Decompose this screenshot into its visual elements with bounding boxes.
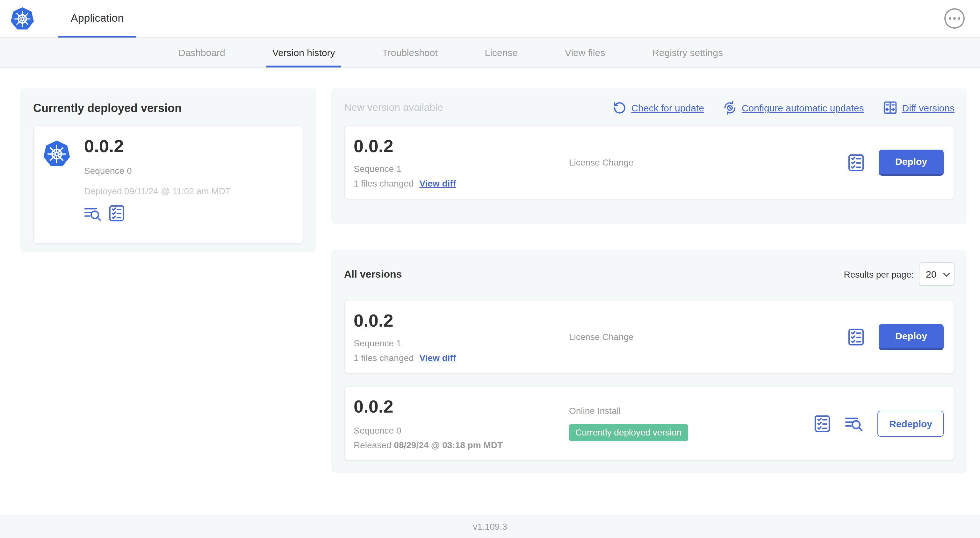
ellipsis-icon — [949, 17, 960, 20]
currently-deployed-badge: Currently deployed version — [569, 424, 688, 441]
view-diff-link[interactable]: View diff — [419, 352, 456, 363]
version-info: 0.0.2 Sequence 1 1 files changed View di… — [354, 136, 569, 188]
preflight-checklist-icon — [815, 415, 830, 432]
view-logs-button[interactable] — [845, 416, 863, 431]
view-logs-icon — [84, 206, 101, 221]
configure-automatic-updates-link[interactable]: Configure automatic updates — [723, 101, 864, 114]
preflight-checks-button[interactable] — [848, 328, 864, 345]
scheduled-update-icon — [723, 101, 737, 114]
console-version: v1.109.3 — [473, 521, 507, 532]
new-version-card: New version available Check for update — [331, 88, 967, 224]
deployed-version-meta: 0.0.2 Sequence 0 Deployed 09/11/24 @ 11:… — [84, 136, 231, 222]
app-header: Application — [0, 0, 980, 38]
diff-versions-link[interactable]: Diff versions — [883, 101, 955, 114]
version-row-sequence-0: 0.0.2 Sequence 0 Released08/29/24 @ 03:1… — [344, 386, 955, 460]
tab-dashboard[interactable]: Dashboard — [178, 38, 225, 67]
deployed-version-panel: 0.0.2 Sequence 0 Deployed 09/11/24 @ 11:… — [33, 125, 303, 244]
all-versions-header: All versions Results per page: 20 — [344, 262, 955, 286]
tab-troubleshoot[interactable]: Troubleshoot — [382, 38, 438, 67]
version-row-actions: Redeploy — [815, 410, 945, 436]
files-changed-text: 1 files changed — [354, 352, 414, 363]
files-changed-row: 1 files changed View diff — [354, 352, 569, 363]
new-version-title: New version available — [344, 102, 443, 113]
version-row-sequence-1: 0.0.2 Sequence 1 1 files changed View di… — [344, 300, 955, 374]
released-label: Released — [354, 440, 391, 450]
app-icon-kubernetes — [42, 139, 72, 168]
version-info: 0.0.2 Sequence 1 1 files changed View di… — [354, 311, 569, 363]
results-per-page-select[interactable]: 20 — [919, 262, 955, 286]
deployed-actions — [84, 205, 231, 222]
currently-deployed-card: Currently deployed version 0.0.2 Sequen — [21, 88, 316, 252]
right-column: New version available Check for update — [331, 88, 967, 473]
view-diff-link[interactable]: View diff — [419, 178, 456, 188]
deployed-version-number: 0.0.2 — [84, 136, 231, 157]
redeploy-button[interactable]: Redeploy — [878, 410, 944, 436]
version-sequence: Sequence 0 — [354, 425, 569, 435]
files-changed-text: 1 files changed — [354, 178, 414, 188]
app-subnav: Dashboard Version history Troubleshoot L… — [0, 38, 980, 68]
source-label: Online Install — [569, 406, 815, 416]
kots-admin-console: Application Dashboard Version history Tr… — [0, 0, 980, 538]
new-version-row: 0.0.2 Sequence 1 1 files changed View di… — [344, 125, 955, 199]
all-versions-card: All versions Results per page: 20 — [331, 249, 967, 473]
version-source: Online Install Currently deployed versio… — [569, 406, 815, 441]
check-for-update-link[interactable]: Check for update — [612, 101, 704, 114]
main-content: Currently deployed version 0.0.2 Sequen — [0, 68, 980, 515]
preflight-checks-button[interactable] — [109, 205, 124, 222]
all-versions-title: All versions — [344, 268, 402, 280]
diff-columns-icon — [883, 101, 897, 114]
version-row-actions: Deploy — [848, 324, 945, 350]
released-timestamp: Released08/29/24 @ 03:18 pm MDT — [354, 440, 569, 450]
tab-registry-settings[interactable]: Registry settings — [652, 38, 723, 67]
app-title: Application — [71, 12, 124, 25]
version-number: 0.0.2 — [354, 397, 569, 417]
tab-view-files[interactable]: View files — [565, 38, 605, 67]
view-logs-button[interactable] — [84, 206, 101, 221]
deployed-card-title: Currently deployed version — [33, 102, 303, 115]
files-changed-row: 1 files changed View diff — [354, 178, 569, 188]
view-logs-icon — [845, 416, 863, 431]
version-info: 0.0.2 Sequence 0 Released08/29/24 @ 03:1… — [354, 397, 569, 450]
refresh-ccw-icon — [612, 101, 626, 114]
results-per-page-label: Results per page: — [844, 269, 914, 279]
version-sequence: Sequence 1 — [354, 338, 569, 348]
deploy-button[interactable]: Deploy — [879, 324, 944, 350]
new-version-header: New version available Check for update — [344, 101, 955, 114]
version-number: 0.0.2 — [354, 136, 569, 157]
source-label: License Change — [569, 157, 633, 167]
tab-license[interactable]: License — [485, 38, 518, 67]
version-actions: Check for update Configure automatic upd… — [612, 101, 955, 114]
version-number: 0.0.2 — [354, 311, 569, 332]
more-menu-button[interactable] — [944, 8, 965, 29]
brand-area: Application — [0, 0, 136, 37]
version-source: License Change — [569, 331, 848, 343]
app-footer: v1.109.3 — [0, 515, 980, 538]
version-source: License Change — [569, 157, 848, 168]
deployed-sequence: Sequence 0 — [84, 165, 231, 176]
version-row-actions: Deploy — [848, 149, 945, 175]
results-per-page: Results per page: 20 — [844, 262, 955, 286]
preflight-checklist-icon — [848, 154, 864, 171]
version-sequence: Sequence 1 — [354, 163, 569, 173]
tab-version-history[interactable]: Version history — [272, 38, 335, 67]
preflight-checklist-icon — [848, 328, 864, 345]
app-tab-application[interactable]: Application — [58, 0, 136, 37]
deployed-timestamp: Deployed 09/11/24 @ 11:02 am MDT — [84, 186, 231, 196]
kubernetes-logo-icon — [10, 6, 35, 31]
released-date: 08/29/24 @ 03:18 pm MDT — [394, 440, 503, 450]
source-label: License Change — [569, 332, 633, 342]
preflight-checklist-icon — [109, 205, 124, 222]
deploy-button[interactable]: Deploy — [879, 149, 944, 175]
preflight-checks-button[interactable] — [848, 154, 864, 171]
preflight-checks-button[interactable] — [815, 415, 830, 432]
